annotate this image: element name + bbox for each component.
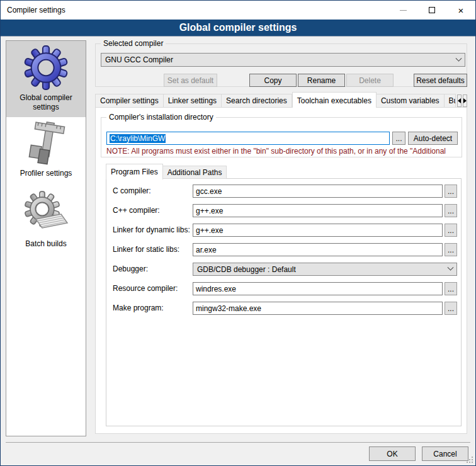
program-files-page: C compiler: gcc.exe ... C++ compiler: g+…	[106, 178, 462, 426]
sidebar-item-batch-builds[interactable]: Batch builds	[6, 186, 86, 257]
browse-directory-button[interactable]: ...	[392, 132, 405, 145]
tab-custom-variables[interactable]: Custom variables	[377, 94, 445, 108]
maximize-icon	[429, 7, 435, 13]
page-banner: Global compiler settings	[1, 20, 475, 37]
resource-compiler-browse-button[interactable]: ...	[445, 282, 457, 295]
toolchain-executables-page: Compiler's installation directory C:\ray…	[95, 107, 467, 434]
minimize-button[interactable]	[388, 1, 417, 20]
selected-compiler-dropdown[interactable]: GNU GCC Compiler	[101, 53, 465, 67]
close-button[interactable]: ×	[446, 1, 475, 20]
arrow-right-icon	[463, 98, 467, 103]
tab-build-options-clipped[interactable]: Build	[445, 94, 456, 108]
delete-button[interactable]: Delete	[346, 74, 394, 87]
selected-compiler-value: GNU GCC Compiler	[105, 55, 173, 64]
linker-static-browse-button[interactable]: ...	[445, 243, 457, 256]
page-title: Global compiler settings	[179, 22, 297, 33]
sidebar-item-label: Global compiler settings	[9, 93, 83, 112]
linker-static-input[interactable]: ar.exe	[193, 243, 443, 256]
ok-button[interactable]: OK	[369, 446, 416, 461]
installation-directory-value: C:\raylib\MinGW	[110, 134, 166, 143]
installation-directory-group: Compiler's installation directory C:\ray…	[101, 117, 462, 157]
gear-batch-icon	[22, 190, 70, 237]
caliper-icon	[24, 121, 68, 166]
linker-static-value: ar.exe	[196, 246, 217, 254]
resource-compiler-label: Resource compiler:	[113, 282, 178, 295]
compiler-settings-dialog: Compiler settings × Global compiler sett…	[0, 0, 476, 466]
debugger-dropdown[interactable]: GDB/CDB debugger : Default	[193, 263, 457, 276]
maximize-button[interactable]	[417, 1, 446, 20]
window-title: Compiler settings	[7, 6, 65, 14]
make-program-input[interactable]: mingw32-make.exe	[193, 302, 443, 315]
resize-grip[interactable]	[466, 456, 473, 463]
program-files-tab-strip: Program Files Additional Paths	[106, 163, 227, 179]
cpp-compiler-browse-button[interactable]: ...	[445, 204, 457, 217]
debugger-value: GDB/CDB debugger : Default	[197, 265, 296, 274]
linker-dynamic-input[interactable]: g++.exe	[193, 224, 443, 237]
c-compiler-value: gcc.exe	[196, 187, 222, 196]
bin-subdirectory-note: NOTE: All programs must exist either in …	[106, 147, 460, 156]
make-program-browse-button[interactable]: ...	[445, 302, 457, 315]
chevron-down-icon	[448, 264, 454, 271]
selected-compiler-group-label: Selected compiler	[101, 39, 166, 48]
minimize-icon	[400, 10, 407, 11]
chevron-down-icon	[456, 55, 462, 61]
tab-toolchain-executables[interactable]: Toolchain executables	[292, 92, 377, 108]
gear-blue-icon	[23, 45, 69, 91]
reset-defaults-button[interactable]: Reset defaults	[414, 74, 467, 87]
debugger-label: Debugger:	[113, 263, 148, 276]
resource-compiler-input[interactable]: windres.exe	[193, 282, 443, 295]
subtab-program-files[interactable]: Program Files	[106, 164, 163, 179]
cpp-compiler-value: g++.exe	[196, 207, 223, 215]
c-compiler-browse-button[interactable]: ...	[445, 185, 457, 198]
arrow-left-icon	[458, 98, 461, 103]
tab-compiler-settings[interactable]: Compiler settings	[95, 94, 164, 108]
subtab-additional-paths[interactable]: Additional Paths	[163, 166, 227, 179]
installation-directory-input[interactable]: C:\raylib\MinGW	[106, 132, 390, 145]
tab-scroll-left-button[interactable]	[457, 94, 462, 107]
selected-compiler-group: Selected compiler GNU GCC Compiler Set a…	[95, 43, 467, 87]
sidebar-item-profiler-settings[interactable]: Profiler settings	[6, 117, 86, 186]
sidebar-item-global-compiler-settings[interactable]: Global compiler settings	[6, 41, 86, 117]
title-bar: Compiler settings ×	[1, 1, 475, 20]
installation-directory-group-label: Compiler's installation directory	[106, 113, 216, 122]
linker-dynamic-browse-button[interactable]: ...	[445, 224, 457, 237]
make-program-value: mingw32-make.exe	[196, 304, 261, 313]
sidebar-item-label: Profiler settings	[20, 169, 72, 178]
tab-scroll-right-button[interactable]	[463, 94, 467, 107]
c-compiler-label: C compiler:	[113, 185, 151, 198]
linker-dynamic-label: Linker for dynamic libs:	[113, 224, 190, 237]
footer-separator	[6, 442, 470, 443]
set-as-default-button[interactable]: Set as default	[164, 74, 217, 87]
linker-dynamic-value: g++.exe	[196, 226, 223, 235]
cancel-button[interactable]: Cancel	[422, 446, 468, 461]
c-compiler-input[interactable]: gcc.exe	[193, 185, 443, 198]
cpp-compiler-input[interactable]: g++.exe	[193, 204, 443, 217]
tab-linker-settings[interactable]: Linker settings	[164, 94, 222, 108]
main-tab-strip: Compiler settings Linker settings Search…	[95, 91, 467, 108]
cpp-compiler-label: C++ compiler:	[113, 204, 160, 217]
auto-detect-button[interactable]: Auto-detect	[408, 132, 458, 145]
copy-button[interactable]: Copy	[249, 74, 297, 87]
rename-button[interactable]: Rename	[298, 74, 345, 87]
settings-sidebar: Global compiler settings Profiler settin…	[6, 40, 86, 436]
make-program-label: Make program:	[113, 302, 164, 315]
tab-search-directories[interactable]: Search directories	[222, 94, 292, 108]
close-icon: ×	[458, 6, 464, 15]
window-controls: ×	[388, 1, 475, 20]
linker-static-label: Linker for static libs:	[113, 243, 179, 256]
sidebar-item-label: Batch builds	[25, 239, 66, 249]
resource-compiler-value: windres.exe	[196, 285, 236, 293]
